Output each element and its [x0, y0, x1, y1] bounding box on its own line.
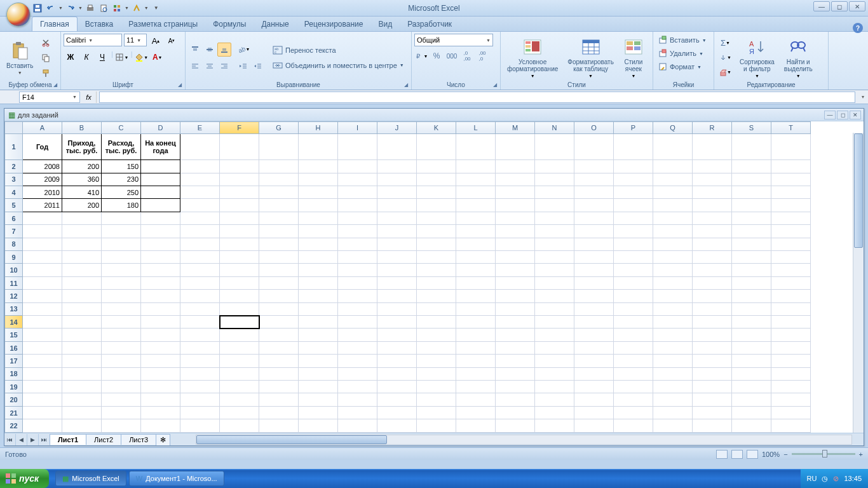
cell-K17[interactable]	[417, 355, 456, 367]
cell-A20[interactable]	[23, 393, 62, 406]
cell-P1[interactable]	[614, 134, 653, 160]
cell-E17[interactable]	[180, 355, 220, 367]
cell-F3[interactable]	[220, 173, 259, 186]
cell-H15[interactable]	[299, 329, 338, 341]
cell-H14[interactable]	[299, 316, 338, 329]
office-button[interactable]	[6, 3, 31, 27]
cell-S13[interactable]	[732, 302, 771, 315]
cell-P9[interactable]	[614, 251, 653, 264]
cell-N21[interactable]	[535, 406, 574, 419]
cell-B3[interactable]: 360	[62, 173, 102, 186]
cell-B16[interactable]	[62, 341, 102, 354]
cell-E4[interactable]	[180, 186, 220, 198]
col-header-J[interactable]: J	[377, 122, 417, 134]
cell-D21[interactable]	[141, 406, 180, 419]
col-header-S[interactable]: S	[732, 122, 771, 134]
formula-input[interactable]	[99, 92, 855, 103]
cell-M5[interactable]	[496, 199, 535, 212]
accounting-button[interactable]: ₽▼	[414, 49, 428, 63]
cell-R12[interactable]	[693, 290, 732, 302]
taskbar-item-word[interactable]: WДокумент1 - Microso...	[129, 471, 224, 486]
paste-button[interactable]: Вставить ▼	[3, 39, 37, 76]
row-header-10[interactable]: 10	[5, 264, 23, 276]
cell-F9[interactable]	[220, 251, 259, 264]
cell-I20[interactable]	[338, 393, 377, 406]
cell-N5[interactable]	[535, 199, 574, 212]
cell-F20[interactable]	[220, 393, 259, 406]
cell-H4[interactable]	[299, 186, 338, 198]
cell-M21[interactable]	[496, 406, 535, 419]
cell-A17[interactable]	[23, 355, 62, 367]
align-left-button[interactable]	[188, 59, 202, 73]
qat-more-icon[interactable]: ▼	[151, 3, 162, 14]
cell-D20[interactable]	[141, 393, 180, 406]
cell-C11[interactable]	[102, 276, 141, 289]
cell-A10[interactable]	[23, 264, 62, 276]
cell-L21[interactable]	[456, 406, 496, 419]
find-select-button[interactable]: Найти и выделить▼	[780, 36, 817, 79]
cell-C19[interactable]	[102, 381, 141, 393]
cell-B17[interactable]	[62, 355, 102, 367]
cell-P10[interactable]	[614, 264, 653, 276]
cell-C3[interactable]: 230	[102, 173, 141, 186]
tab-pagelayout[interactable]: Разметка страницы	[121, 17, 205, 31]
cell-N16[interactable]	[535, 341, 574, 354]
shrink-font-button[interactable]: A▾	[165, 34, 179, 48]
cell-G3[interactable]	[259, 173, 299, 186]
cell-K18[interactable]	[417, 367, 456, 380]
tools-icon[interactable]	[111, 3, 123, 14]
cell-E22[interactable]	[180, 419, 220, 433]
cell-L15[interactable]	[456, 329, 496, 341]
cell-O15[interactable]	[574, 329, 614, 341]
view-layout[interactable]	[731, 450, 743, 459]
cell-Q17[interactable]	[653, 355, 693, 367]
cell-O4[interactable]	[574, 186, 614, 198]
cell-H22[interactable]	[299, 419, 338, 433]
cell-G11[interactable]	[259, 276, 299, 289]
cell-T3[interactable]	[771, 173, 811, 186]
cell-M9[interactable]	[496, 251, 535, 264]
cell-I8[interactable]	[338, 238, 377, 250]
cell-T2[interactable]	[771, 160, 811, 173]
cell-H3[interactable]	[299, 173, 338, 186]
cell-S5[interactable]	[732, 199, 771, 212]
cell-G20[interactable]	[259, 393, 299, 406]
cell-O9[interactable]	[574, 251, 614, 264]
cell-R14[interactable]	[693, 316, 732, 329]
cell-L3[interactable]	[456, 173, 496, 186]
cell-D12[interactable]	[141, 290, 180, 302]
cell-N17[interactable]	[535, 355, 574, 367]
cell-A1[interactable]: Год	[23, 134, 62, 160]
cell-A13[interactable]	[23, 302, 62, 315]
cell-Q18[interactable]	[653, 367, 693, 380]
cell-E15[interactable]	[180, 329, 220, 341]
cell-E1[interactable]	[180, 134, 220, 160]
grid-table[interactable]: ABCDEFGHIJKLMNOPQRST1ГодПриход,тыс. руб.…	[4, 121, 811, 433]
cell-M14[interactable]	[496, 316, 535, 329]
cell-G17[interactable]	[259, 355, 299, 367]
cell-D2[interactable]	[141, 160, 180, 173]
cell-C20[interactable]	[102, 393, 141, 406]
row-header-16[interactable]: 16	[5, 341, 23, 354]
cell-D11[interactable]	[141, 276, 180, 289]
cell-M7[interactable]	[496, 225, 535, 238]
cell-E13[interactable]	[180, 302, 220, 315]
cell-F13[interactable]	[220, 302, 259, 315]
cell-Q14[interactable]	[653, 316, 693, 329]
cell-T16[interactable]	[771, 341, 811, 354]
cell-P14[interactable]	[614, 316, 653, 329]
sheet-tab-3[interactable]: Лист3	[121, 434, 156, 445]
row-header-1[interactable]: 1	[5, 134, 23, 160]
font-name-combo[interactable]: Calibri▼	[64, 34, 122, 46]
cell-L22[interactable]	[456, 419, 496, 433]
align-top-button[interactable]	[188, 43, 202, 57]
cell-J5[interactable]	[377, 199, 417, 212]
cell-P17[interactable]	[614, 355, 653, 367]
cell-B2[interactable]: 200	[62, 160, 102, 173]
cell-C17[interactable]	[102, 355, 141, 367]
cell-D3[interactable]	[141, 173, 180, 186]
cell-K8[interactable]	[417, 238, 456, 250]
cell-F7[interactable]	[220, 225, 259, 238]
cell-F4[interactable]	[220, 186, 259, 198]
cell-P15[interactable]	[614, 329, 653, 341]
